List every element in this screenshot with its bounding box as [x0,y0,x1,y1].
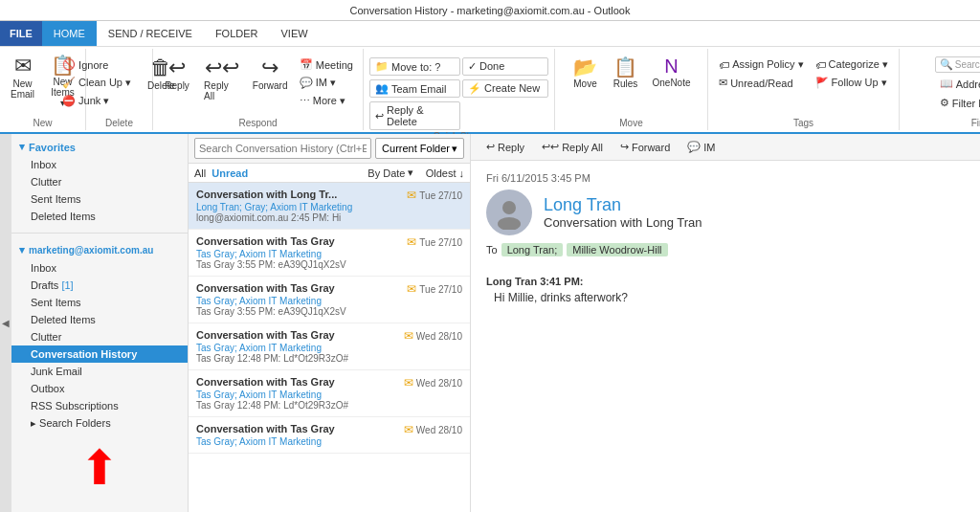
rules-btn[interactable]: 📋 Rules [606,53,644,92]
filter-unread[interactable]: Unread [212,167,248,179]
more-icon: ⋯ [300,95,310,107]
team-icon: 👥 [375,82,389,95]
svg-point-1 [498,217,521,230]
filter-bydate[interactable]: By Date ▾ Oldest ↓ [368,167,464,179]
ribbon-group-quicksteps: 📁Move to: ? 👥Team Email ↩Reply & Delete … [364,49,555,130]
conversation-time: Long Tran 3:41 PM: [486,276,965,287]
done-button[interactable]: ✓ Done [462,57,548,76]
cleanup-button[interactable]: 🧹Clean Up ▾ [57,75,136,91]
reply-delete-icon: ↩ [375,110,384,122]
follow-up-button[interactable]: 🚩Follow Up ▾ [811,75,893,91]
new-group-label: New [33,118,52,130]
reply-all-icon: ↩↩ [205,56,239,80]
filter-email-button[interactable]: ⚙Filter Email [935,95,980,111]
reading-forward-icon: ↪ [620,141,629,153]
onenote-btn[interactable]: N OneNote [646,53,696,91]
forward-icon: ↪ [261,56,278,80]
conversation-text: Hi Millie, drinks afterwork? [486,291,965,304]
sidebar-item-sent-fav[interactable]: Sent Items [11,190,188,208]
list-item[interactable]: Conversation with Tas Gray ✉ Wed 28/10 T… [189,417,470,454]
sidebar-item-clutter-fav[interactable]: Clutter [11,173,188,190]
create-new-button[interactable]: ⚡ Create New [462,79,548,98]
sidebar-item-deleted-fav[interactable]: Deleted Items [11,208,188,225]
sidebar-item-clutter-acct[interactable]: Clutter [11,328,188,345]
categorize-button[interactable]: 🏷Categorize ▾ [811,56,893,73]
junk-button[interactable]: ⛔Junk ▾ [57,93,136,109]
more-button[interactable]: ⋯More ▾ [295,93,358,109]
reply-delete-button[interactable]: ↩Reply & Delete [369,101,460,130]
title-text: Conversation History - marketing@axiomit… [350,5,631,16]
favorites-section: ▾ Favorites Inbox Clutter Sent Items Del… [11,134,188,229]
tab-send-receive[interactable]: SEND / RECEIVE [97,21,204,46]
tab-file[interactable]: FILE [0,21,42,46]
assign-policy-button[interactable]: 🏷Assign Policy ▾ [714,56,808,73]
sidebar-item-rss[interactable]: RSS Subscriptions [11,397,188,414]
current-folder-button[interactable]: Current Folder ▾ [375,138,464,159]
email-body: Long Tran 3:41 PM: Hi Millie, drinks aft… [486,268,965,323]
reply-all-button[interactable]: ↩↩ Reply All [198,53,245,104]
tab-home[interactable]: HOME [42,21,97,46]
policy-icon: 🏷 [719,59,729,71]
category-icon: 🏷 [815,59,826,71]
avatar-icon [492,195,526,230]
sidebar-item-deleted-acct[interactable]: Deleted Items [11,311,188,328]
account-header[interactable]: ▾ marketing@axiomit.com.au [11,241,188,259]
sidebar-item-search-folders[interactable]: ▸ Search Folders [11,414,188,433]
sidebar: ▾ Favorites Inbox Clutter Sent Items Del… [11,134,189,512]
quicksteps-buttons: 📁Move to: ? 👥Team Email ↩Reply & Delete … [369,49,548,131]
sidebar-item-outbox[interactable]: Outbox [11,380,188,397]
svg-point-0 [502,201,516,214]
list-item[interactable]: Conversation with Tas Gray ✉ Tue 27/10 T… [189,277,470,323]
respond-group-label: Respond [238,118,277,130]
forward-button[interactable]: ↪ Forward [248,53,293,94]
list-item[interactable]: Conversation with Tas Gray ✉ Tue 27/10 T… [189,230,470,277]
team-email-button[interactable]: 👥Team Email [369,79,460,98]
favorites-header[interactable]: ▾ Favorites [11,138,188,156]
title-bar: Conversation History - marketing@axiomit… [0,0,980,21]
reply-button[interactable]: ↩ Reply [158,53,196,94]
reading-forward-button[interactable]: ↪ Forward [612,138,678,156]
search-input[interactable] [194,138,371,159]
filter-all[interactable]: All [194,167,206,179]
chevron-down-icon: ▾ [19,141,25,153]
new-email-button[interactable]: ✉ NewEmail [4,53,42,102]
tab-view[interactable]: VIEW [270,21,320,46]
move-to-button[interactable]: 📁Move to: ? [369,57,460,76]
recipient-long-tran: Long Tran; [501,243,564,256]
list-item[interactable]: Conversation with Long Tr... ✉ Tue 27/10… [189,183,470,230]
sidebar-item-junk-email[interactable]: Junk Email [11,363,188,380]
tags-group-label: Tags [793,118,813,130]
address-book-button[interactable]: 📖Address Book [935,76,980,92]
reply-icon: ↩ [168,56,186,80]
ignore-button[interactable]: 🚫Ignore [57,56,136,73]
new-email-icon: ✉ [14,56,32,77]
address-book-icon: 📖 [940,78,953,90]
move-btn[interactable]: 📂 Move [566,53,604,92]
tab-folder[interactable]: FOLDER [204,21,270,46]
search-people-input[interactable]: 🔍 Search People [935,56,980,73]
reading-reply-icon: ↩ [486,141,495,153]
new-email-label: NewEmail [11,78,34,100]
sidebar-item-inbox-acct[interactable]: Inbox [11,259,188,277]
im-button[interactable]: 💬IM ▾ [295,75,358,91]
sidebar-item-sent-acct[interactable]: Sent Items [11,294,188,311]
reading-reply-all-icon: ↩↩ [542,141,559,153]
unread-read-button[interactable]: ✉Unread/Read [714,75,808,91]
reading-reply-button[interactable]: ↩ Reply [479,138,532,156]
reading-im-icon: 💬 [687,141,701,153]
reading-im-button[interactable]: 💬 IM [679,138,723,156]
ignore-icon: 🚫 [62,58,76,71]
filter-icon: ⚙ [940,97,949,109]
chevron-down-icon-2: ▾ [19,244,25,256]
reading-pane-toolbar: ↩ Reply ↩↩ Reply All ↪ Forward 💬 IM [471,134,980,161]
sidebar-collapse-button[interactable]: ◀ [0,134,11,512]
email-sender-info: Long Tran Conversation with Long Tran [544,195,702,230]
sidebar-item-conversation-history[interactable]: Conversation History [11,345,188,363]
meeting-button[interactable]: 📅Meeting [295,56,358,73]
list-item[interactable]: Conversation with Tas Gray ✉ Wed 28/10 T… [189,323,470,370]
email-subject-line: Conversation with Long Tran [544,215,702,230]
reading-reply-all-button[interactable]: ↩↩ Reply All [534,138,611,156]
sidebar-item-inbox-fav[interactable]: Inbox [11,156,188,173]
list-item[interactable]: Conversation with Tas Gray ✉ Wed 28/10 T… [189,370,470,417]
sidebar-item-drafts-acct[interactable]: Drafts [1] [11,277,188,294]
